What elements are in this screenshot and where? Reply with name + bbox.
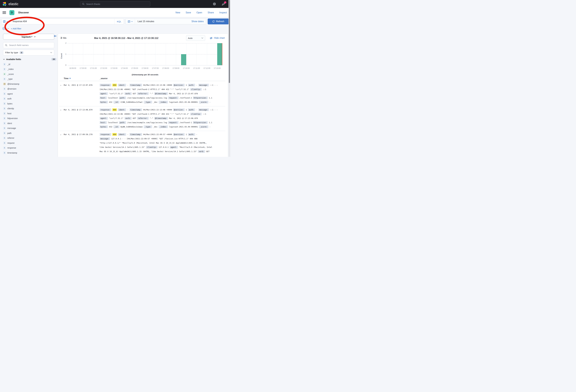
field-badge: agent: — [100, 117, 108, 120]
index-pattern-selector[interactable]: logstash-* — [3, 34, 54, 40]
available-fields-header[interactable]: Available fields 20 — [3, 58, 56, 60]
add-filter-button[interactable]: + Add filter — [11, 27, 21, 30]
text-field-icon: t — [3, 63, 6, 66]
show-dates-button[interactable]: Show dates — [191, 19, 206, 24]
field-badge: timestamp: — [129, 108, 142, 111]
field-value: /notfound-1 — [180, 121, 192, 124]
date-quick-select-button[interactable] — [126, 19, 135, 24]
global-search-input[interactable]: Search Elastic — [80, 1, 150, 7]
field-badge: @version: — [173, 84, 185, 86]
new-button[interactable]: New — [175, 11, 180, 14]
saved-query-menu-button[interactable] — [1, 19, 10, 24]
text-field-icon: t — [3, 146, 6, 149]
field-item-_id[interactable]: t_id — [3, 62, 58, 67]
hide-chart-button[interactable]: Hide chart — [210, 37, 225, 40]
results-card: 3 hits Mar 4, 2021 @ 16:58:30.112 - Mar … — [58, 34, 228, 157]
field-item-bytes[interactable]: tbytes — [3, 101, 58, 106]
x-tick-label: 17:11:00 — [193, 67, 200, 69]
query-bar: response:404 KQL Last 15 minutes Show da… — [0, 17, 230, 26]
field-badge: httpversion: — [193, 121, 208, 124]
y-axis-label: Count — [60, 53, 62, 59]
field-badge: auth: — [188, 133, 195, 136]
elastic-logo[interactable]: elastic — [2, 2, 18, 6]
field-badge: message: — [198, 84, 209, 86]
x-tick-label: 17:07:00 — [152, 67, 159, 69]
field-item-path[interactable]: tpath — [3, 131, 58, 136]
field-item-_score[interactable]: #_score — [3, 72, 58, 77]
x-axis-label: @timestamp per 30 seconds — [68, 74, 222, 76]
save-button[interactable]: Save — [186, 11, 191, 14]
newsfeed-icon[interactable] — [222, 2, 225, 6]
x-tick-label: 17:02:00 — [100, 67, 107, 69]
global-search-placeholder: Search Elastic — [86, 3, 100, 5]
expand-row-icon[interactable]: › — [59, 108, 64, 129]
inspect-button[interactable]: Inspect — [219, 11, 227, 14]
interval-value: Auto — [188, 37, 193, 39]
field-item-agent[interactable]: tagent — [3, 91, 58, 96]
field-value: 04/Mar/2021:22:13:06 +0000 — [143, 109, 172, 111]
chart-plot-area[interactable]: 012 — [68, 43, 222, 65]
text-field-icon: t — [3, 78, 6, 81]
field-badge: @timestamp: — [154, 117, 168, 120]
row-timestamp: Mar 4, 2021 @ 17:13:07.876 — [64, 83, 100, 104]
fields-list: t_idt_index#_scoret_type@timestampt@vers… — [3, 62, 58, 155]
y-tick-label: 2 — [63, 42, 66, 44]
source-line: host:localhostpath:/var/www/example.com/… — [100, 120, 225, 125]
expand-row-icon[interactable]: › — [59, 83, 64, 104]
scrollbar[interactable] — [229, 0, 230, 157]
time-column-header[interactable]: Time — [64, 77, 100, 80]
field-badge: host: — [100, 121, 107, 124]
field-value: /var/www/example.com/logs/access.log — [127, 121, 167, 124]
filter-by-type-dropdown[interactable]: Filter by type 0 — [3, 50, 54, 56]
field-item-response[interactable]: tresponse — [3, 145, 58, 150]
query-input[interactable]: response:404 KQL — [1, 19, 124, 24]
highlighted-value: 404 — [112, 84, 117, 86]
field-search-input[interactable]: Search field names — [3, 42, 54, 48]
text-field-icon: t — [3, 132, 6, 135]
field-item-@timestamp[interactable]: @timestamp — [3, 82, 58, 86]
field-item-referrer[interactable]: treferrer — [3, 136, 58, 141]
field-badge: bytes: — [100, 125, 108, 128]
menu-icon[interactable] — [2, 11, 6, 14]
hits-header: 3 hits Mar 4, 2021 @ 16:58:30.112 - Mar … — [59, 34, 225, 42]
chevron-down-icon — [34, 36, 36, 37]
interval-select[interactable]: Auto — [186, 35, 205, 41]
field-item-timestamp[interactable]: ttimestamp — [3, 150, 58, 155]
refresh-button[interactable]: Refresh — [208, 19, 229, 24]
field-item-request[interactable]: trequest — [3, 140, 58, 145]
field-item-_type[interactable]: t_type — [3, 77, 58, 82]
time-range-value[interactable]: Last 15 minutes — [135, 19, 154, 24]
scrollbar-thumb[interactable] — [229, 0, 230, 83]
query-text[interactable]: response:404 — [10, 19, 27, 24]
field-item-auth[interactable]: tauth — [3, 96, 58, 101]
field-value: "curl/7.52.1" — [109, 117, 123, 119]
help-icon[interactable] — [213, 2, 216, 6]
share-button[interactable]: Share — [208, 11, 214, 14]
field-value: GET — [133, 92, 136, 95]
field-name: response — [7, 147, 16, 149]
field-item-httpversion[interactable]: thttpversion — [3, 116, 58, 121]
field-item-host[interactable]: thost — [3, 111, 58, 116]
field-badge: agent: — [100, 92, 108, 95]
field-badge: bytes: — [100, 101, 108, 104]
field-badge: _score: — [199, 125, 208, 128]
grid-line-horizontal — [68, 43, 222, 43]
collapse-sidebar-icon[interactable]: ⇐ — [54, 34, 57, 37]
text-field-icon: t — [3, 97, 6, 100]
index-pattern-label: logstash-* — [22, 35, 32, 38]
field-item-_index[interactable]: t_index — [3, 67, 58, 72]
source-line: response:404ident:-timestamp:04/Mar/2021… — [100, 132, 225, 137]
histogram-bar[interactable] — [181, 54, 186, 65]
kql-button[interactable]: KQL — [114, 19, 124, 24]
available-fields-label: Available fields — [6, 58, 21, 60]
histogram-bar[interactable] — [217, 43, 222, 65]
field-value: Mar 4, 2021 @ 17:13:06.870 — [169, 117, 198, 119]
filter-options-icon[interactable] — [2, 27, 5, 30]
date-field-icon — [3, 83, 6, 85]
open-button[interactable]: Open — [197, 11, 202, 14]
field-item-ident[interactable]: tident — [3, 121, 58, 126]
field-item-message[interactable]: tmessage — [3, 126, 58, 131]
expand-row-icon[interactable]: › — [59, 132, 64, 154]
field-item-clientip[interactable]: tclientip — [3, 106, 58, 111]
field-item-@version[interactable]: t@version — [3, 86, 58, 91]
